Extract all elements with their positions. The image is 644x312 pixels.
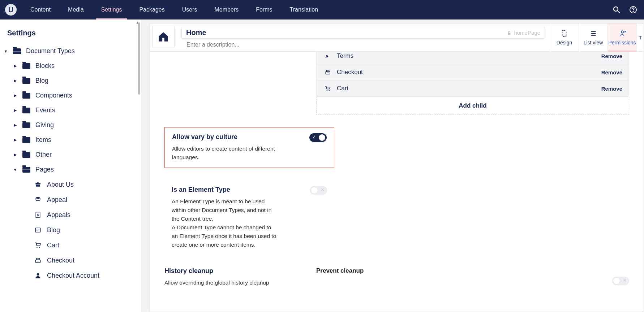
- tree-item-checkout[interactable]: Checkout: [4, 253, 137, 268]
- add-child-button[interactable]: Add child: [316, 97, 629, 115]
- nav-tab-settings[interactable]: Settings: [93, 0, 131, 20]
- permissions-settings: Allow vary by cultureAllow editors to cr…: [164, 127, 629, 287]
- child-item-checkout[interactable]: CheckoutRemove: [317, 64, 629, 81]
- cart-icon: [323, 85, 332, 92]
- toggle-varyCulture[interactable]: [309, 133, 327, 142]
- nav-tab-packages[interactable]: Packages: [130, 0, 173, 20]
- chevron-right-icon[interactable]: ▶: [13, 123, 17, 127]
- tab-listview[interactable]: List view: [579, 23, 607, 51]
- nav-tab-content[interactable]: Content: [22, 0, 59, 20]
- chevron-down-icon[interactable]: ▼: [4, 49, 8, 53]
- tree-item-about-us[interactable]: About Us: [4, 177, 137, 192]
- gavel-icon: [323, 53, 332, 59]
- tree-item-label: Blog: [35, 77, 137, 84]
- folder-icon: [13, 48, 21, 54]
- editor-header: Home homePage DesignList viewPermissions…: [150, 23, 644, 52]
- nav-tab-users[interactable]: Users: [173, 0, 206, 20]
- tree-item-label: Giving: [35, 121, 137, 129]
- tree-item-label: Appeal: [47, 196, 137, 204]
- tree-item-events[interactable]: ▶Events: [4, 103, 137, 118]
- top-nav: U ContentMediaSettingsPackagesUsersMembe…: [0, 0, 644, 20]
- app-logo[interactable]: U: [0, 4, 22, 16]
- nav-tab-translation[interactable]: Translation: [281, 0, 327, 20]
- document-type-tree: ▼Document Types▶Blocks▶Blog▶Components▶E…: [4, 44, 137, 283]
- register-icon: [34, 256, 42, 264]
- chevron-right-icon[interactable]: ▶: [13, 152, 17, 157]
- setting-title-elementType: Is an Element Type: [172, 186, 276, 194]
- folder-icon: [22, 93, 30, 99]
- nav-tab-members[interactable]: Members: [206, 0, 247, 20]
- sidebar-title: Settings: [4, 27, 137, 44]
- sidebar-scrollbar[interactable]: [138, 22, 140, 95]
- tree-item-blog[interactable]: ▶Blog: [4, 73, 137, 88]
- tree-item-blocks[interactable]: ▶Blocks: [4, 58, 137, 73]
- design-icon: [561, 30, 568, 38]
- chevron-right-icon[interactable]: ▶: [13, 108, 17, 113]
- nav-tabs: ContentMediaSettingsPackagesUsersMembers…: [22, 0, 327, 20]
- chevron-right-icon[interactable]: ▶: [13, 93, 17, 98]
- tab-permissions[interactable]: Permissions: [607, 23, 636, 51]
- nav-tab-forms[interactable]: Forms: [247, 0, 281, 20]
- chevron-right-icon[interactable]: ▶: [13, 78, 17, 83]
- newspaper-icon: [34, 226, 42, 234]
- tree-item-other[interactable]: ▶Other: [4, 147, 137, 162]
- editor-panel: Home homePage DesignList viewPermissions…: [150, 23, 644, 312]
- register-icon: [323, 69, 332, 75]
- tree-item-document-types[interactable]: ▼Document Types: [4, 44, 137, 58]
- remove-child-button[interactable]: Remove: [601, 86, 622, 92]
- cart-icon: [34, 241, 42, 249]
- folder-icon: [22, 152, 30, 158]
- tree-item-giving[interactable]: ▶Giving: [4, 118, 137, 133]
- document-alias[interactable]: homePage: [507, 30, 540, 36]
- child-item-label: Cart: [332, 85, 601, 92]
- tree-item-label: About Us: [47, 181, 137, 188]
- tree-item-label: Document Types: [26, 47, 137, 55]
- main-area: Home homePage DesignList viewPermissions…: [141, 20, 644, 312]
- tab-design[interactable]: Design: [550, 23, 579, 51]
- tree-item-label: Components: [35, 92, 137, 99]
- folder-icon: [22, 78, 30, 84]
- tree-item-label: Pages: [35, 166, 137, 173]
- tree-item-appeal[interactable]: Appeal: [4, 192, 137, 207]
- lock-icon: [507, 30, 512, 35]
- tree-item-cart[interactable]: Cart: [4, 238, 137, 253]
- remove-child-button[interactable]: Remove: [601, 53, 622, 59]
- folder-icon: [22, 167, 30, 173]
- more-tabs-indicator[interactable]: T: [636, 23, 644, 51]
- tree-item-checkout-account[interactable]: Checkout Account: [4, 268, 137, 283]
- tree-item-pages[interactable]: ▼Pages: [4, 162, 137, 177]
- tree-item-items[interactable]: ▶Items: [4, 133, 137, 147]
- child-item-cart[interactable]: CartRemove: [317, 81, 629, 97]
- remove-child-button[interactable]: Remove: [601, 69, 622, 75]
- editor-body: SitemapRemoveTermsRemoveCheckoutRemoveCa…: [150, 52, 644, 312]
- prevent-cleanup-label: Prevent cleanup: [316, 267, 629, 274]
- document-title-input[interactable]: Home: [186, 29, 507, 37]
- tree-item-components[interactable]: ▶Components: [4, 88, 137, 103]
- toggle-historyCleanup: [612, 277, 629, 285]
- institution-icon: [34, 181, 42, 188]
- nav-tab-media[interactable]: Media: [59, 0, 93, 20]
- listview-icon: [589, 30, 597, 38]
- folder-icon: [22, 63, 30, 69]
- sidebar: ▲ Settings ▼Document Types▶Blocks▶Blog▶C…: [0, 20, 141, 312]
- search-icon[interactable]: [612, 5, 621, 14]
- doc-dollar-icon: [34, 211, 42, 219]
- document-icon-picker[interactable]: [152, 26, 175, 48]
- permissions-icon: [618, 30, 626, 38]
- allowed-children-list: SitemapRemoveTermsRemoveCheckoutRemoveCa…: [316, 52, 629, 97]
- tree-item-blog[interactable]: Blog: [4, 222, 137, 238]
- description-input[interactable]: [181, 39, 545, 48]
- tree-item-label: Blocks: [35, 62, 137, 70]
- folder-icon: [22, 108, 30, 113]
- chevron-right-icon[interactable]: ▶: [13, 138, 17, 142]
- chevron-right-icon[interactable]: ▶: [13, 64, 17, 68]
- tree-item-appeals[interactable]: Appeals: [4, 207, 137, 222]
- setting-desc-varyCulture: Allow editors to create content of diffe…: [172, 144, 277, 162]
- setting-title-varyCulture: Allow vary by culture: [172, 133, 277, 141]
- tree-item-label: Blog: [47, 226, 137, 234]
- child-item-terms[interactable]: TermsRemove: [317, 52, 629, 64]
- child-item-label: Checkout: [332, 69, 601, 76]
- tree-item-label: Appeals: [47, 211, 137, 219]
- help-icon[interactable]: [629, 5, 637, 14]
- chevron-down-icon[interactable]: ▼: [13, 168, 17, 172]
